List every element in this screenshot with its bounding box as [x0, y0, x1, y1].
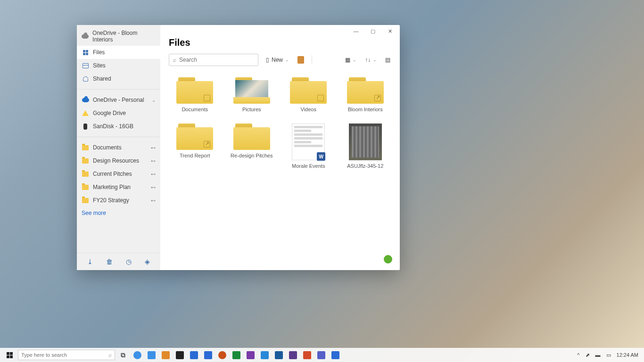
folder-documents[interactable]: Documents: [169, 75, 221, 114]
search-box[interactable]: ⌕: [169, 54, 258, 66]
drive-label: Google Drive: [93, 110, 126, 116]
word-badge-icon: W: [317, 152, 325, 161]
taskbar-app[interactable]: [145, 349, 157, 361]
page-icon: ▯: [266, 57, 269, 63]
taskbar-app[interactable]: [258, 349, 271, 361]
sidebar-folder[interactable]: Documents ⊷: [77, 141, 160, 154]
file-label: Pictures: [242, 107, 261, 112]
sidebar-nav-sites[interactable]: Sites: [77, 59, 160, 72]
close-button[interactable]: ✕: [382, 26, 398, 36]
folder-trend-report[interactable]: Trend Report: [169, 122, 221, 171]
sidebar-folder[interactable]: FY20 Strategy ⊷: [77, 194, 160, 207]
sort-button[interactable]: ↑↓ ⌄: [364, 55, 378, 65]
file-morale-events[interactable]: W Morale Events: [282, 122, 335, 171]
network-icon[interactable]: ⬈: [586, 352, 590, 358]
taskbar-app[interactable]: [315, 349, 327, 361]
toolbar: ⌕ ▯ New ⌄ ▦ ⌄ ↑↓ ⌄: [160, 54, 400, 73]
folder-icon: [82, 197, 89, 204]
folder-icon: [82, 183, 89, 191]
drive-label: OneDrive - Personal: [93, 97, 144, 103]
folder-icon: [290, 77, 327, 104]
sidebar-folder[interactable]: Current Pitches ⊷: [77, 167, 160, 181]
taskbar-app[interactable]: [272, 349, 285, 361]
taskbar-app[interactable]: [329, 349, 341, 361]
info-button[interactable]: ▤: [384, 55, 391, 65]
sidebar-account[interactable]: OneDrive - Bloom Interiors: [77, 27, 160, 46]
document-icon: W: [292, 123, 325, 160]
folder-pictures[interactable]: Pictures: [226, 75, 278, 114]
search-icon: ⌕: [173, 57, 176, 63]
taskbar-app[interactable]: [244, 349, 256, 361]
sidebar-folder[interactable]: Design Resources ⊷: [77, 154, 160, 167]
folder-label: FY20 Strategy: [93, 197, 129, 204]
see-more-link[interactable]: See more: [77, 207, 160, 219]
view-button[interactable]: ▦ ⌄: [344, 55, 357, 65]
tags-icon[interactable]: ◈: [145, 258, 150, 265]
maximize-button[interactable]: ▢: [365, 26, 381, 36]
battery-icon[interactable]: ▬: [595, 352, 601, 358]
taskbar-app[interactable]: [230, 349, 242, 361]
trash-icon[interactable]: 🗑: [106, 258, 113, 265]
sync-status-icon[interactable]: [383, 254, 393, 264]
cloud-icon: [82, 96, 89, 104]
divider: [77, 89, 160, 90]
minimize-button[interactable]: —: [348, 26, 364, 36]
taskbar-search-input[interactable]: [21, 352, 106, 358]
sidebar-footer: ⤓ 🗑 ◷ ◈: [77, 253, 160, 270]
folder-icon: [82, 157, 89, 165]
clock[interactable]: 12:24 AM: [617, 352, 638, 358]
taskbar-app[interactable]: [131, 349, 143, 361]
task-view-button[interactable]: ⧉: [117, 349, 129, 361]
sidebar-drive-onedrive-personal[interactable]: OneDrive - Personal ⌄: [77, 93, 160, 107]
taskbar-app[interactable]: [188, 349, 200, 361]
sidebar-folder[interactable]: Marketing Plan ⊷: [77, 181, 160, 194]
taskbar-app[interactable]: [202, 349, 214, 361]
folder-videos[interactable]: Videos: [282, 75, 335, 114]
main-pane: — ▢ ✕ Files ⌕ ▯ New ⌄ ▦ ⌄: [160, 25, 400, 270]
sidebar-drive-sandisk[interactable]: SanDisk - 16GB: [77, 120, 160, 133]
new-button[interactable]: ▯ New ⌄: [265, 55, 290, 65]
sidebar-drive-google[interactable]: Google Drive: [77, 107, 160, 120]
grid-icon: ▦: [345, 57, 350, 63]
pin-icon: ⊷: [151, 198, 156, 203]
folder-bloom-interiors[interactable]: Bloom Interiors: [339, 75, 392, 114]
sites-icon: [82, 62, 89, 69]
search-input[interactable]: [179, 57, 254, 63]
tray-chevron-icon[interactable]: ^: [577, 352, 579, 358]
new-label: New: [272, 57, 283, 63]
shared-icon: [82, 75, 89, 82]
taskbar-app[interactable]: [287, 349, 299, 361]
taskbar-app[interactable]: [216, 349, 228, 361]
chevron-down-icon: ⌄: [353, 58, 356, 62]
download-icon[interactable]: ⤓: [87, 258, 93, 265]
sidebar-quick-folders: Documents ⊷ Design Resources ⊷ Current P…: [77, 139, 160, 221]
folder-icon: [82, 144, 89, 151]
sidebar-nav-files[interactable]: Files: [77, 46, 160, 59]
divider: [77, 137, 160, 137]
file-label: Videos: [301, 107, 316, 112]
folder-icon: [176, 77, 213, 104]
nav-label: Shared: [93, 75, 111, 82]
taskbar-search[interactable]: ⌕: [18, 350, 115, 360]
sort-icon: ↑↓: [365, 57, 371, 63]
sidebar-nav-shared[interactable]: Shared: [77, 72, 160, 85]
file-image[interactable]: ASUJflz-345-12: [339, 122, 392, 171]
history-icon[interactable]: ◷: [126, 258, 132, 265]
pin-icon: ⊷: [151, 145, 156, 150]
chevron-down-icon: ⌄: [373, 58, 377, 62]
taskbar-app[interactable]: [159, 349, 172, 361]
folder-redesign-pitches[interactable]: Re-design Pitches: [226, 122, 278, 171]
folder-icon: [233, 77, 270, 104]
clipboard-icon: [297, 56, 304, 64]
taskbar-app[interactable]: [173, 349, 186, 361]
folder-label: Marketing Plan: [93, 184, 131, 190]
start-button[interactable]: [3, 350, 16, 360]
nav-label: Files: [93, 49, 105, 56]
paste-button[interactable]: [297, 54, 305, 66]
action-center-icon[interactable]: ▭: [606, 352, 611, 358]
pin-icon: ⊷: [151, 172, 156, 177]
taskbar: ⌕ ⧉ ^ ⬈ ▬ ▭ 12:24 AM: [0, 348, 644, 362]
image-thumb: [349, 123, 382, 160]
nav-label: Sites: [93, 62, 106, 69]
taskbar-app[interactable]: [301, 349, 313, 361]
